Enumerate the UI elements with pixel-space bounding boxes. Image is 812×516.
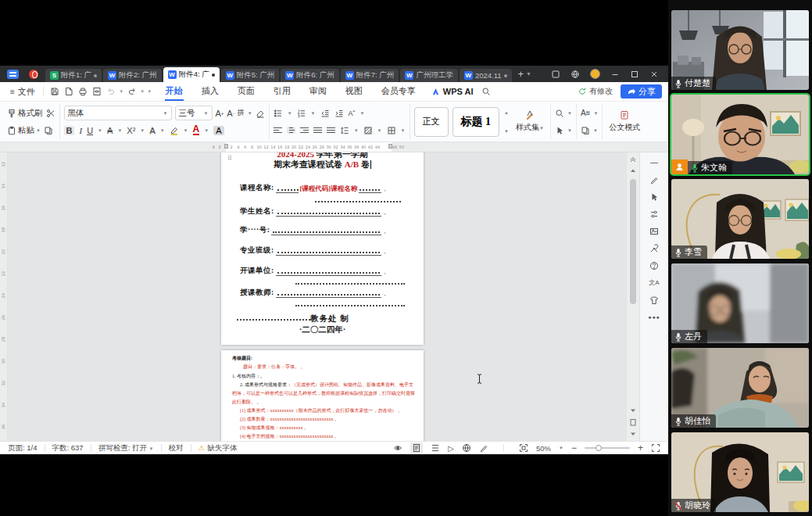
zoom-slider[interactable] xyxy=(585,447,630,449)
skin-icon[interactable] xyxy=(648,294,660,306)
document-tab-5[interactable]: W附件6: 广州 xyxy=(281,69,339,82)
cursor-tool-icon[interactable] xyxy=(648,191,660,202)
bold-button[interactable]: B xyxy=(64,126,75,135)
collapse-icon[interactable]: — xyxy=(648,156,660,168)
edit-pen-icon[interactable] xyxy=(648,174,660,185)
document-tab-3[interactable]: W附件4: 广 xyxy=(163,67,220,82)
distribute-icon[interactable] xyxy=(327,127,335,134)
tab-list-caret[interactable]: ▼ xyxy=(526,71,531,77)
participant-video-2[interactable]: 朱文翰 xyxy=(671,95,809,174)
align-center-icon[interactable] xyxy=(287,127,295,134)
find-icon[interactable] xyxy=(555,109,564,118)
line-spacing-icon[interactable] xyxy=(340,126,349,135)
increase-font-icon[interactable]: A+ xyxy=(216,109,224,118)
participant-video-4[interactable]: 左丹 xyxy=(671,263,809,343)
document-tab-8[interactable]: W2024.11 xyxy=(460,69,512,82)
superscript-icon[interactable]: X² xyxy=(127,126,135,135)
fullscreen-icon[interactable] xyxy=(651,443,660,453)
font-name-select[interactable]: 黑体▼ xyxy=(64,106,172,120)
zoom-in-icon[interactable]: + xyxy=(638,443,643,453)
participant-video-3[interactable]: 李雪 xyxy=(671,179,809,259)
char-scale-icon[interactable]: A˘ xyxy=(349,109,356,117)
tools-icon[interactable] xyxy=(648,242,660,254)
page-nav-icons[interactable] xyxy=(627,406,639,439)
vertical-ruler[interactable]: 12141618202224262830323436 xyxy=(0,152,8,441)
new-tab-button[interactable]: + xyxy=(518,68,524,80)
play-icon[interactable]: ▷ xyxy=(448,444,454,453)
official-doc-mode-button[interactable]: 公文模式 xyxy=(606,110,642,133)
document-canvas[interactable]: 2024-2025 学年第一学期 期末考查课程试卷 A/B 卷 ⠿ 课程名称:[… xyxy=(8,152,626,441)
text-tool-icon[interactable]: A≡ xyxy=(581,109,591,117)
menu-页面[interactable]: 页面 xyxy=(228,82,264,101)
account-avatar[interactable] xyxy=(590,69,600,79)
image-tool-icon[interactable] xyxy=(648,225,660,237)
font-color-button[interactable]: A xyxy=(193,125,200,135)
decrease-font-icon[interactable]: A- xyxy=(227,109,234,118)
document-tab-1[interactable]: S附件1: 广 xyxy=(45,69,102,82)
align-right-icon[interactable] xyxy=(300,127,309,134)
scrollbar-thumb[interactable] xyxy=(630,179,636,304)
indent-marker-right[interactable] xyxy=(388,144,392,149)
shading-icon[interactable] xyxy=(363,126,373,135)
style-set-button[interactable]: 样式集▼ xyxy=(513,110,546,133)
bullet-list-icon[interactable] xyxy=(274,109,283,118)
document-tab-6[interactable]: W附件7: 广州 xyxy=(341,69,399,82)
style-normal[interactable]: 正文 xyxy=(414,107,449,137)
document-page-1[interactable]: 2024-2025 学年第一学期 期末考查课程试卷 A/B 卷 ⠿ 课程名称:[… xyxy=(221,152,424,345)
document-tab-7[interactable]: W广州理工学 xyxy=(400,69,458,82)
align-left-icon[interactable] xyxy=(274,127,282,134)
strikethrough-icon[interactable]: A xyxy=(107,126,113,135)
eye-icon[interactable] xyxy=(393,443,402,453)
wordart-icon[interactable]: A xyxy=(149,126,155,135)
participant-video-6[interactable]: 胡晓玲 xyxy=(671,432,809,512)
participant-video-5[interactable]: 胡佳怡 xyxy=(671,348,809,428)
decrease-indent-icon[interactable] xyxy=(320,109,330,118)
more-icon[interactable]: ●●● xyxy=(648,311,660,323)
spell-check[interactable]: 拼写检查: 打开 ▼ xyxy=(98,443,154,453)
border-icon[interactable] xyxy=(387,126,396,135)
redo-icon[interactable] xyxy=(125,87,139,96)
word-count[interactable]: 字数: 637 xyxy=(52,443,84,453)
missing-font[interactable]: 缺失字体 xyxy=(208,443,238,453)
undo-icon[interactable] xyxy=(104,87,118,96)
participant-video-1[interactable]: 付楚楚 xyxy=(671,10,809,90)
share-button[interactable]: 分享 xyxy=(621,84,662,99)
phonetic-guide-icon[interactable]: 拼 xyxy=(238,108,245,118)
proofread[interactable]: 校对 xyxy=(169,443,184,453)
vertical-scrollbar[interactable] xyxy=(626,152,639,441)
workspace-icon[interactable] xyxy=(551,70,560,79)
quickbar-caret[interactable]: ▼ xyxy=(146,89,153,94)
cut-icon[interactable] xyxy=(46,109,55,118)
menu-审阅[interactable]: 审阅 xyxy=(300,82,336,101)
preview-icon[interactable] xyxy=(90,87,104,96)
fit-page-icon[interactable] xyxy=(519,443,528,453)
menu-会员专享[interactable]: 会员专享 xyxy=(372,82,425,101)
wps-app-icon[interactable] xyxy=(3,67,22,81)
outline-view-icon[interactable] xyxy=(431,443,440,453)
italic-button[interactable]: I xyxy=(79,126,82,135)
zoom-out-icon[interactable]: − xyxy=(571,443,577,453)
globe-icon[interactable] xyxy=(571,70,580,79)
search-icon[interactable] xyxy=(481,87,491,96)
increase-indent-icon[interactable] xyxy=(334,109,344,118)
drag-handle-icon[interactable]: ⠿ xyxy=(227,157,233,160)
menu-插入[interactable]: 插入 xyxy=(192,82,228,101)
restore-button[interactable] xyxy=(630,70,639,79)
minimize-button[interactable] xyxy=(610,70,620,79)
scroll-up-icon[interactable] xyxy=(627,154,639,175)
layers-icon[interactable] xyxy=(581,126,590,135)
paste-button[interactable]: 粘贴▼ xyxy=(7,125,41,136)
zoom-level[interactable]: 50% xyxy=(536,444,551,453)
menu-视图[interactable]: 视图 xyxy=(336,82,372,101)
menu-引用[interactable]: 引用 xyxy=(264,82,300,101)
underline-button[interactable]: U xyxy=(87,126,93,135)
help-icon[interactable] xyxy=(648,260,660,271)
web-view-icon[interactable] xyxy=(462,443,471,453)
highlight-pen-icon[interactable] xyxy=(170,126,179,135)
align-justify-icon[interactable] xyxy=(313,127,322,134)
close-button[interactable] xyxy=(649,70,659,79)
document-page-2[interactable]: 考核题目:题目：要求：任务：字体。 。1. 考核内容：。2. 成果形式与规格要求… xyxy=(221,350,424,441)
clear-format-icon[interactable] xyxy=(256,109,265,118)
style-heading1[interactable]: 标题 1 xyxy=(453,107,500,137)
adjust-icon[interactable] xyxy=(648,208,660,220)
